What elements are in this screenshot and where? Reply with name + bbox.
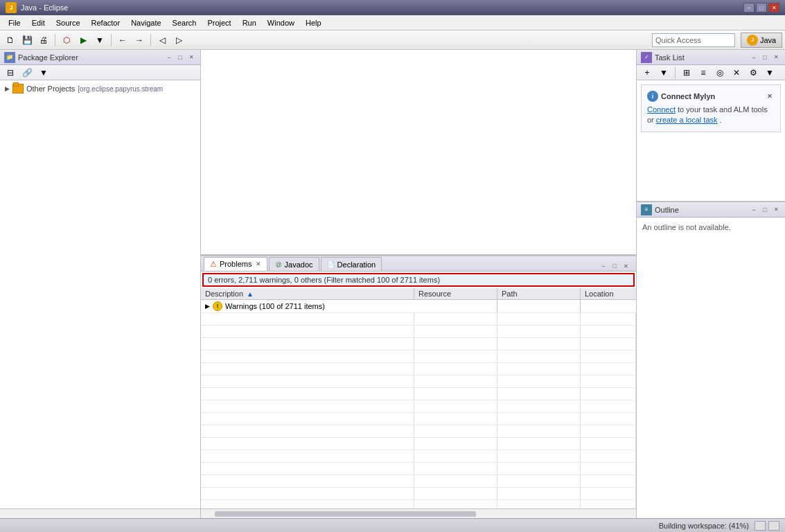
java-perspective-button[interactable]: J Java bbox=[741, 33, 782, 48]
quick-access-input[interactable]: Quick Access bbox=[652, 33, 735, 47]
task-list-header: ✓ Task List − □ ✕ bbox=[637, 50, 785, 65]
problems-filter-bar: 0 errors, 2,711 warnings, 0 others (Filt… bbox=[202, 273, 635, 287]
package-explorer-hscroll[interactable] bbox=[0, 508, 200, 518]
outline-panel: ≡ Outline − □ ✕ An outline is not availa… bbox=[637, 202, 785, 518]
warnings-resource bbox=[414, 300, 497, 312]
debug-button[interactable]: ⬡ bbox=[59, 33, 74, 48]
back-button[interactable]: ◁ bbox=[155, 33, 170, 48]
collapse-task-button[interactable]: ▼ bbox=[762, 65, 777, 80]
menu-source[interactable]: Source bbox=[51, 17, 86, 28]
menu-window[interactable]: Window bbox=[262, 17, 300, 28]
table-row bbox=[201, 375, 636, 388]
table-row bbox=[201, 438, 636, 450]
status-box-1 bbox=[755, 521, 766, 531]
minimize-panel-button[interactable]: − bbox=[164, 53, 174, 62]
outline-minimize-button[interactable]: − bbox=[749, 205, 759, 215]
task-list-icon: ✓ bbox=[641, 52, 652, 63]
collapse-all-button[interactable]: ⊟ bbox=[3, 65, 18, 80]
editor-top bbox=[201, 50, 636, 255]
create-task-link[interactable]: create a local task bbox=[656, 116, 718, 124]
new-task-button[interactable]: + bbox=[640, 65, 655, 80]
outline-close-button[interactable]: ✕ bbox=[771, 205, 781, 215]
warnings-group-row[interactable]: ▶ ! Warnings (100 of 2711 items) bbox=[201, 300, 636, 313]
status-bar: Building workspace: (41%) bbox=[0, 518, 785, 532]
next-edit-button[interactable]: → bbox=[132, 33, 147, 48]
outline-maximize-button[interactable]: □ bbox=[760, 205, 770, 215]
app-icon: J bbox=[6, 2, 17, 13]
tab-maximize-button[interactable]: □ bbox=[610, 261, 619, 271]
quick-access-label: Quick Access bbox=[655, 36, 701, 44]
empty-rows bbox=[201, 313, 636, 508]
link-with-editor-button[interactable]: 🔗 bbox=[19, 65, 35, 80]
menu-project[interactable]: Project bbox=[202, 17, 236, 28]
warnings-path bbox=[497, 300, 581, 312]
status-text: Building workspace: (41%) bbox=[659, 522, 749, 530]
task-list-toolbar: + ▼ ⊞ ≡ ◎ ✕ ⚙ ▼ bbox=[637, 65, 785, 80]
outline-title: Outline bbox=[655, 206, 749, 214]
package-explorer-icon: 📁 bbox=[4, 52, 15, 63]
menu-file[interactable]: File bbox=[3, 17, 26, 28]
tab-minimize-button[interactable]: − bbox=[599, 261, 608, 271]
task-tools-button[interactable]: ⚙ bbox=[746, 65, 761, 80]
maximize-panel-button[interactable]: □ bbox=[175, 53, 185, 62]
focus-button[interactable]: ◎ bbox=[712, 65, 727, 80]
menu-search[interactable]: Search bbox=[167, 17, 202, 28]
fwd-button[interactable]: ▷ bbox=[171, 33, 186, 48]
problems-content: 0 errors, 2,711 warnings, 0 others (Filt… bbox=[201, 272, 636, 508]
info-icon: i bbox=[647, 91, 658, 102]
prev-edit-button[interactable]: ← bbox=[115, 33, 130, 48]
mylyn-title: i Connect Mylyn ✕ bbox=[647, 91, 775, 102]
print-button[interactable]: 🖨 bbox=[36, 33, 51, 48]
window-controls: − □ ✕ bbox=[743, 3, 779, 12]
menu-run[interactable]: Run bbox=[237, 17, 262, 28]
problems-icon: ⚠ bbox=[210, 260, 217, 269]
tab-declaration[interactable]: 📄 Declaration bbox=[321, 257, 382, 271]
task-maximize-button[interactable]: □ bbox=[760, 53, 770, 62]
status-indicators bbox=[755, 521, 779, 531]
outline-header: ≡ Outline − □ ✕ bbox=[637, 202, 785, 218]
table-row bbox=[201, 388, 636, 400]
java-icon: J bbox=[747, 35, 758, 46]
problems-tab-close[interactable]: ✕ bbox=[256, 260, 261, 267]
tab-problems[interactable]: ⚠ Problems ✕ bbox=[204, 257, 267, 271]
expand-warnings-arrow[interactable]: ▶ bbox=[205, 303, 210, 310]
project-item[interactable]: ▶ Other Projects [org.eclipse.papyrus.st… bbox=[0, 82, 200, 96]
close-mylyn-button[interactable]: ✕ bbox=[765, 91, 775, 101]
connect-link[interactable]: Connect bbox=[647, 105, 676, 114]
warnings-description: ▶ ! Warnings (100 of 2711 items) bbox=[201, 300, 414, 312]
title-bar: J Java - Eclipse − □ ✕ bbox=[0, 0, 785, 15]
status-box-2 bbox=[768, 521, 779, 531]
close-panel-button[interactable]: ✕ bbox=[186, 53, 196, 62]
toolbar-sep-1 bbox=[55, 34, 55, 46]
maximize-button[interactable]: □ bbox=[756, 3, 767, 12]
task-panel-controls: − □ ✕ bbox=[749, 53, 781, 62]
task-minimize-button[interactable]: − bbox=[749, 53, 759, 62]
explorer-menu-button[interactable]: ▼ bbox=[36, 65, 51, 80]
bottom-hscroll[interactable] bbox=[201, 508, 636, 518]
tab-close-button[interactable]: ✕ bbox=[621, 261, 630, 271]
tab-javadoc[interactable]: @ Javadoc bbox=[269, 257, 319, 271]
minimize-button[interactable]: − bbox=[743, 3, 755, 12]
task-close-button[interactable]: ✕ bbox=[771, 53, 781, 62]
menu-navigate[interactable]: Navigate bbox=[125, 17, 166, 28]
menu-edit[interactable]: Edit bbox=[26, 17, 51, 28]
run-config-button[interactable]: ▼ bbox=[92, 33, 107, 48]
outline-message: An outline is not available. bbox=[642, 223, 731, 231]
save-button[interactable]: 💾 bbox=[19, 33, 35, 48]
expand-arrow[interactable]: ▶ bbox=[3, 85, 11, 93]
close-button[interactable]: ✕ bbox=[768, 3, 779, 12]
hscroll-thumb[interactable] bbox=[215, 511, 476, 517]
new-button[interactable]: 🗋 bbox=[3, 33, 18, 48]
panel-controls: − □ ✕ bbox=[164, 53, 196, 62]
run-button[interactable]: ▶ bbox=[76, 33, 91, 48]
filter-button[interactable]: ⊞ bbox=[679, 65, 694, 80]
close-filter-button[interactable]: ✕ bbox=[729, 65, 744, 80]
sort-button[interactable]: ≡ bbox=[696, 65, 711, 80]
table-row bbox=[201, 450, 636, 463]
table-row bbox=[201, 400, 636, 413]
task-menu-button[interactable]: ▼ bbox=[656, 65, 671, 80]
bottom-panel: ⚠ Problems ✕ @ Javadoc 📄 Declaration − □… bbox=[201, 255, 636, 518]
menu-refactor[interactable]: Refactor bbox=[86, 17, 126, 28]
menu-help[interactable]: Help bbox=[300, 17, 327, 28]
problems-column-header: Description ▲ Resource Path Location bbox=[201, 288, 636, 300]
